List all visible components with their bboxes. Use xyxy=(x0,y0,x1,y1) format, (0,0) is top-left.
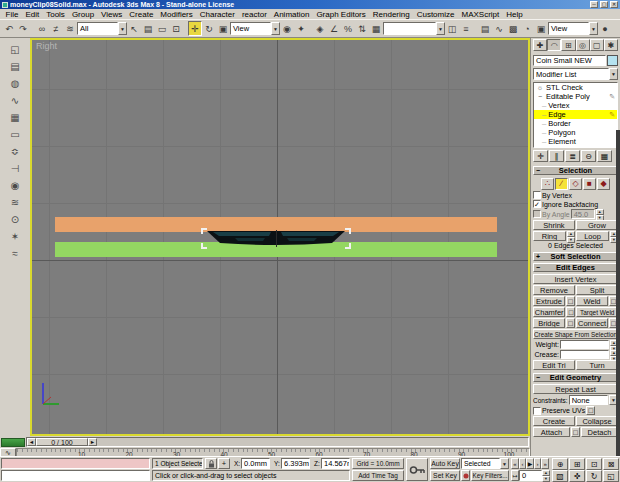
menu-character[interactable]: Character xyxy=(196,10,238,19)
unlink-selection-icon[interactable]: ≠ xyxy=(49,21,63,36)
collapse-button[interactable]: Collapse xyxy=(576,416,618,426)
connect-button[interactable]: Connect xyxy=(576,318,608,328)
select-and-link-icon[interactable]: ∞ xyxy=(35,21,49,36)
edit-tri-button[interactable]: Edit Tri xyxy=(533,360,575,370)
subobject-element-button[interactable]: ◆ xyxy=(597,178,610,190)
use-pivot-center-icon[interactable]: ◉ xyxy=(280,21,294,36)
subobject-polygon-button[interactable]: ■ xyxy=(583,178,596,190)
object-name-field[interactable]: Coin Small NEW xyxy=(533,55,606,66)
align-icon[interactable]: ≡ xyxy=(459,21,473,36)
material-editor-icon[interactable]: ◔ xyxy=(520,21,534,36)
chevron-down-icon[interactable]: ▼ xyxy=(500,458,509,469)
rollout-soft-selection-header[interactable]: + Soft Selection xyxy=(533,252,618,261)
chevron-down-icon[interactable]: ▼ xyxy=(271,22,280,35)
stack-subobject-border[interactable]: ─ Border xyxy=(534,119,617,128)
tab-create-icon[interactable]: ✚ xyxy=(533,39,547,51)
go-to-start-icon[interactable]: « xyxy=(511,458,519,469)
render-type-dropdown[interactable]: View ▼ xyxy=(548,22,598,35)
z-coord-field[interactable]: 14.567mm xyxy=(321,458,350,469)
deforming-mesh-icon[interactable]: ▦ xyxy=(7,109,24,125)
extrude-settings-icon[interactable]: □ xyxy=(566,296,575,306)
object-color-swatch[interactable] xyxy=(607,55,618,66)
collapse-tree-icon[interactable]: − xyxy=(536,93,544,100)
menu-views[interactable]: Views xyxy=(98,10,126,19)
constraints-dropdown[interactable]: None xyxy=(569,395,608,405)
redo-icon[interactable]: ↷ xyxy=(16,21,30,36)
subobject-border-button[interactable]: ◇ xyxy=(569,178,582,190)
set-key-toggle-icon[interactable] xyxy=(406,458,428,481)
tab-display-icon[interactable]: ▢ xyxy=(590,39,604,51)
rollout-selection-header[interactable]: − Selection xyxy=(533,166,618,175)
menu-maxscript[interactable]: MAXScript xyxy=(458,10,503,19)
make-unique-icon[interactable]: ≣ xyxy=(565,150,580,162)
rigid-body-collection-icon[interactable]: ◱ xyxy=(7,41,24,57)
select-and-move-icon[interactable]: ✛ xyxy=(188,21,202,36)
absolute-offset-toggle-icon[interactable]: + xyxy=(218,458,230,469)
create-button[interactable]: Create xyxy=(533,416,575,426)
plane-icon[interactable]: ▭ xyxy=(7,126,24,142)
maximize-button[interactable]: ▢ xyxy=(600,1,608,8)
menu-modifiers[interactable]: Modifiers xyxy=(157,10,196,19)
menu-animation[interactable]: Animation xyxy=(270,10,313,19)
cloth-collection-icon[interactable]: ▤ xyxy=(7,58,24,74)
dashpot-icon[interactable]: ⊣ xyxy=(7,160,24,176)
angle-snap-icon[interactable]: ∠ xyxy=(327,21,341,36)
by-angle-value-field[interactable]: 45.0 xyxy=(571,209,595,219)
add-time-tag[interactable]: Add Time Tag xyxy=(352,470,404,481)
percent-snap-icon[interactable]: % xyxy=(341,21,355,36)
y-coord-field[interactable]: 6.393mm xyxy=(281,458,310,469)
named-selection-sets-icon[interactable]: ▦ xyxy=(369,21,383,36)
undo-icon[interactable]: ↶ xyxy=(2,21,16,36)
key-point-icon[interactable] xyxy=(461,470,470,481)
chevron-down-icon[interactable]: ▼ xyxy=(609,68,618,80)
menu-reactor[interactable]: reactor xyxy=(238,10,270,19)
menu-rendering[interactable]: Rendering xyxy=(369,10,413,19)
tab-hierarchy-icon[interactable]: ⊞ xyxy=(561,39,575,51)
select-by-name-icon[interactable]: ▤ xyxy=(141,21,155,36)
shrink-button[interactable]: Shrink xyxy=(533,220,575,230)
window-crossing-icon[interactable]: ⊡ xyxy=(169,21,183,36)
minimize-button[interactable]: ─ xyxy=(590,1,598,8)
menu-group[interactable]: Group xyxy=(68,10,97,19)
ring-spinner[interactable]: ▴▾ xyxy=(567,231,575,241)
x-coord-field[interactable]: 0.0mm xyxy=(241,458,270,469)
attach-button[interactable]: Attach xyxy=(533,427,570,437)
tab-modify-icon[interactable]: ◠ xyxy=(547,39,561,51)
spinner-snap-icon[interactable]: ⇅ xyxy=(355,21,369,36)
by-angle-checkbox[interactable]: ✓ xyxy=(533,210,541,218)
set-key-button[interactable]: Set Key xyxy=(430,470,460,481)
bridge-settings-icon[interactable]: □ xyxy=(566,318,575,328)
zoom-all-icon[interactable]: ⊞ xyxy=(569,458,585,470)
zoom-extents-all-icon[interactable]: ⊠ xyxy=(603,458,619,470)
region-zoom-icon[interactable]: ▧ xyxy=(552,470,568,482)
wind-icon[interactable]: ≋ xyxy=(7,194,24,210)
detach-button[interactable]: Detach xyxy=(581,427,618,437)
water-icon[interactable]: ≈ xyxy=(7,245,24,261)
extrude-button[interactable]: Extrude xyxy=(533,296,565,306)
stack-item-editable-poly[interactable]: − Editable Poly ✎ xyxy=(534,92,617,101)
reference-coordinate-dropdown[interactable]: View ▼ xyxy=(230,22,280,35)
soft-body-collection-icon[interactable]: ◍ xyxy=(7,75,24,91)
stack-subobject-element[interactable]: ─ Element xyxy=(534,137,617,146)
snaps-toggle-icon[interactable]: ◈ xyxy=(313,21,327,36)
zoom-icon[interactable]: ⊕ xyxy=(552,458,568,470)
menu-edit[interactable]: Edit xyxy=(22,10,43,19)
chamfer-button[interactable]: Chamfer xyxy=(533,307,565,317)
subobject-edge-button[interactable]: ∕ xyxy=(555,178,568,190)
menu-graph-editors[interactable]: Graph Editors xyxy=(313,10,369,19)
select-object-icon[interactable]: ↖ xyxy=(127,21,141,36)
chamfer-settings-icon[interactable]: □ xyxy=(566,307,575,317)
money-clip-object[interactable] xyxy=(205,230,347,247)
rollout-edit-geometry-header[interactable]: − Edit Geometry xyxy=(533,373,618,382)
current-frame-field[interactable]: 0 xyxy=(519,470,542,481)
tab-motion-icon[interactable]: ◎ xyxy=(576,39,590,51)
ring-button[interactable]: Ring xyxy=(533,231,566,241)
chevron-down-icon[interactable]: ▼ xyxy=(589,22,598,35)
menu-tools[interactable]: Tools xyxy=(43,10,69,19)
select-and-manipulate-icon[interactable]: ✦ xyxy=(294,21,308,36)
configure-modifier-sets-icon[interactable]: ▦ xyxy=(597,150,612,162)
key-filters-button[interactable]: Key Filters... xyxy=(471,470,509,481)
fracture-icon[interactable]: ✶ xyxy=(7,228,24,244)
maxscript-listener-pane[interactable] xyxy=(1,470,150,481)
rollout-edit-edges-header[interactable]: − Edit Edges xyxy=(533,263,618,272)
